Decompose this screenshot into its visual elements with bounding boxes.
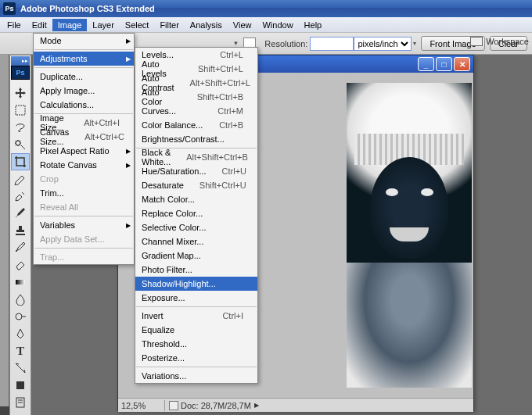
menu-apply-image[interactable]: Apply Image...	[34, 84, 134, 98]
menu-window[interactable]: Window	[257, 19, 298, 31]
maximize-button[interactable]: □	[436, 57, 452, 71]
adj-black-white[interactable]: Black & White...Alt+Shift+Ctrl+B	[135, 150, 257, 164]
workspace-switcher[interactable]: Workspace	[470, 37, 529, 46]
title: Adobe Photoshop CS3 Extended	[20, 4, 155, 13]
toolbox-collapse-icon[interactable]: ▸▸	[22, 58, 28, 64]
svg-rect-3	[16, 381, 24, 389]
menu-select[interactable]: Select	[120, 19, 155, 31]
move-tool[interactable]	[11, 84, 30, 102]
toolbox: ▸▸ Ps T	[9, 55, 31, 415]
adj-color-balance[interactable]: Color Balance...Ctrl+B	[135, 118, 257, 132]
path-tool[interactable]	[11, 360, 30, 377]
menu-reveal-all: Reveal All	[34, 200, 134, 214]
menu-calculations[interactable]: Calculations...	[34, 98, 134, 112]
slice-tool[interactable]	[11, 170, 30, 188]
marquee-tool[interactable]	[11, 102, 30, 119]
menu-analysis[interactable]: Analysis	[185, 19, 228, 31]
heal-tool[interactable]	[11, 188, 30, 205]
unit-select[interactable]: pixels/inch	[354, 37, 412, 51]
adj-equalize[interactable]: Equalize	[135, 323, 257, 337]
doc-status-bar: 12,5% Doc: 28,7M/28,7M ▶	[118, 398, 473, 412]
doc-info: Doc: 28,7M/28,7M	[181, 401, 251, 410]
stamp-tool[interactable]	[11, 222, 30, 239]
menu-bar: File Edit Image Layer Select Filter Anal…	[0, 17, 532, 33]
notes-tool[interactable]	[11, 394, 30, 411]
brush-tool[interactable]	[11, 205, 30, 222]
adj-invert[interactable]: InvertCtrl+I	[135, 309, 257, 323]
adj-curves[interactable]: Curves...Ctrl+M	[135, 104, 257, 118]
eyedropper-tool[interactable]	[11, 411, 30, 415]
eraser-tool[interactable]	[11, 256, 30, 274]
adj-shadow-highlight[interactable]: Shadow/Highlight...	[135, 277, 257, 291]
minimize-button[interactable]: _	[418, 57, 434, 71]
menu-file[interactable]: File	[2, 19, 27, 31]
menu-crop: Crop	[34, 172, 134, 186]
resolution-input[interactable]	[310, 37, 354, 51]
menu-help[interactable]: Help	[299, 19, 328, 31]
adjustments-submenu: Levels...Ctrl+L Auto LevelsShift+Ctrl+L …	[135, 47, 258, 384]
pen-tool[interactable]	[11, 325, 30, 342]
adj-auto-color[interactable]: Auto ColorShift+Ctrl+B	[135, 90, 257, 104]
tool-preset-dropdown[interactable]: ▼	[232, 40, 239, 47]
status-arrow-icon[interactable]: ▶	[254, 402, 259, 409]
adj-variations[interactable]: Variations...	[135, 369, 257, 383]
menu-trap: Trap...	[34, 250, 134, 264]
menu-canvas-size[interactable]: Canvas Size...Alt+Ctrl+C	[34, 130, 134, 144]
title-bar: Ps Adobe Photoshop CS3 Extended	[0, 0, 532, 17]
menu-edit[interactable]: Edit	[27, 19, 52, 31]
adj-brightness-contrast[interactable]: Brightness/Contrast...	[135, 132, 257, 146]
adj-selective-color[interactable]: Selective Color...	[135, 220, 257, 234]
adj-match-color[interactable]: Match Color...	[135, 192, 257, 206]
menu-apply-dataset: Apply Data Set...	[34, 232, 134, 246]
menu-adjustments[interactable]: Adjustments▶	[34, 52, 134, 66]
adj-exposure[interactable]: Exposure...	[135, 291, 257, 305]
app-icon: Ps	[3, 2, 16, 15]
toolbox-header[interactable]: ▸▸	[11, 56, 30, 66]
close-button[interactable]: ✕	[454, 57, 470, 71]
menu-layer[interactable]: Layer	[87, 19, 120, 31]
image-content	[347, 83, 472, 388]
adj-threshold[interactable]: Threshold...	[135, 337, 257, 351]
gradient-tool[interactable]	[11, 274, 30, 291]
crop-tool[interactable]	[11, 153, 30, 170]
status-icon[interactable]	[169, 401, 178, 410]
adj-photo-filter[interactable]: Photo Filter...	[135, 263, 257, 277]
svg-rect-0	[16, 106, 25, 115]
lasso-tool[interactable]	[11, 119, 30, 136]
zoom-level[interactable]: 12,5%	[121, 401, 160, 410]
options-dropdown-icon[interactable]: ▾	[413, 40, 416, 47]
adj-gradient-map[interactable]: Gradient Map...	[135, 249, 257, 263]
menu-image[interactable]: Image	[52, 19, 88, 31]
svg-point-2	[16, 313, 22, 320]
dodge-tool[interactable]	[11, 308, 30, 325]
image-menu-dropdown: Mode▶ Adjustments▶ Duplicate... Apply Im…	[33, 33, 135, 265]
adj-channel-mixer[interactable]: Channel Mixer...	[135, 234, 257, 249]
doc-canvas[interactable]	[345, 73, 473, 398]
menu-filter[interactable]: Filter	[154, 19, 184, 31]
type-tool[interactable]: T	[11, 342, 30, 360]
menu-mode[interactable]: Mode▶	[34, 34, 134, 48]
menu-rotate-canvas[interactable]: Rotate Canvas▶	[34, 158, 134, 172]
adj-posterize[interactable]: Posterize...	[135, 351, 257, 365]
menu-duplicate[interactable]: Duplicate...	[34, 70, 134, 84]
svg-rect-1	[16, 280, 25, 284]
shape-tool[interactable]	[11, 377, 30, 394]
menu-trim[interactable]: Trim...	[34, 186, 134, 200]
wand-tool[interactable]	[11, 136, 30, 153]
workspace-icon	[470, 37, 483, 46]
menu-view[interactable]: View	[228, 19, 257, 31]
adj-replace-color[interactable]: Replace Color...	[135, 206, 257, 220]
blur-tool[interactable]	[11, 291, 30, 308]
left-gutter	[0, 55, 9, 406]
resolution-label: Resolution:	[264, 39, 307, 48]
ps-icon: Ps	[11, 66, 30, 80]
history-brush-tool[interactable]	[11, 239, 30, 256]
adj-hue-saturation[interactable]: Hue/Saturation...Ctrl+U	[135, 164, 257, 178]
menu-pixel-aspect[interactable]: Pixel Aspect Ratio▶	[34, 144, 134, 158]
menu-variables[interactable]: Variables▶	[34, 218, 134, 232]
adj-desaturate[interactable]: DesaturateShift+Ctrl+U	[135, 178, 257, 192]
